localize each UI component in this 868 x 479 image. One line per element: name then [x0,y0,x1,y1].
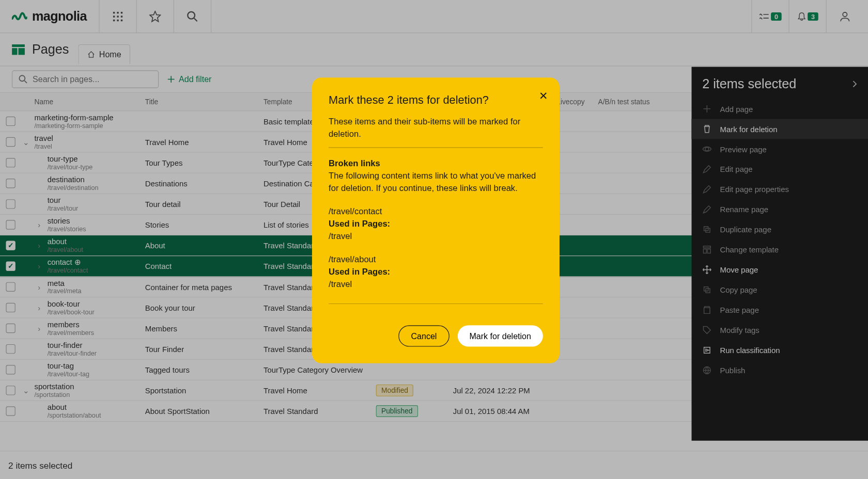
broken-links-intro: The following content items link to what… [329,169,543,194]
ref1-used: /travel [329,230,543,242]
delete-confirm-modal: ✕ Mark these 2 items for deletion? These… [312,77,560,363]
modal-intro: These items and their sub-items will be … [329,115,543,140]
broken-links-heading: Broken links [329,157,543,169]
ref2-path: /travel/about [329,253,543,265]
used-in-label-2: Used in Pages: [329,265,543,278]
cancel-button[interactable]: Cancel [398,325,449,346]
modal-title: Mark these 2 items for deletion? [329,92,543,108]
close-icon[interactable]: ✕ [539,88,548,104]
used-in-label-1: Used in Pages: [329,217,543,230]
confirm-button[interactable]: Mark for deletion [458,325,543,346]
ref1-path: /travel/contact [329,205,543,217]
ref2-used: /travel [329,278,543,290]
